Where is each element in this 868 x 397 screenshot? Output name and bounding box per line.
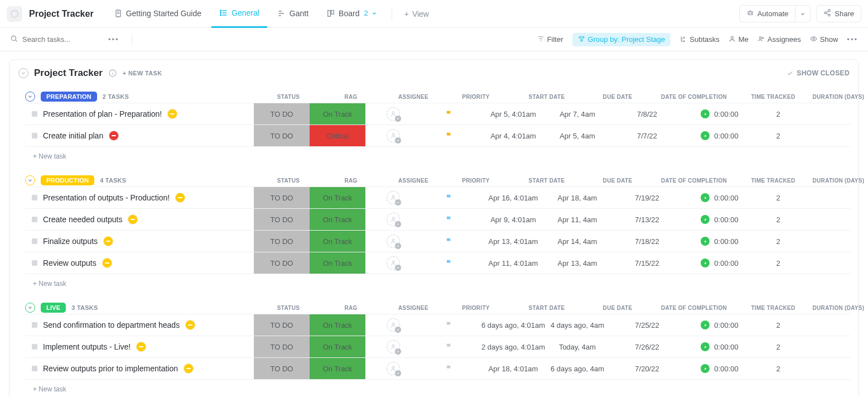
- task-row[interactable]: Review outputs TO DOOn Track+Apr 11, 4:0…: [25, 252, 851, 274]
- due-date-cell[interactable]: 4 days ago, 4am: [549, 314, 605, 336]
- time-tracked-cell[interactable]: 0:00:00: [689, 358, 750, 379]
- task-status-square[interactable]: [32, 344, 37, 350]
- time-tracked-cell[interactable]: 0:00:00: [689, 336, 750, 357]
- rag-cell[interactable]: On Track: [310, 231, 365, 252]
- time-tracked-cell[interactable]: 0:00:00: [689, 314, 750, 336]
- share-button[interactable]: Share: [816, 5, 861, 22]
- assignee-cell[interactable]: +: [365, 336, 421, 357]
- start-date-cell[interactable]: 6 days ago, 4:01am: [477, 314, 549, 336]
- group-pill[interactable]: LIVE: [41, 303, 66, 313]
- search-box[interactable]: [10, 35, 100, 44]
- task-status-square[interactable]: [32, 366, 37, 371]
- play-icon[interactable]: [701, 259, 710, 267]
- rag-cell[interactable]: On Track: [310, 252, 365, 274]
- play-icon[interactable]: [701, 237, 710, 246]
- duration-cell[interactable]: 2: [750, 103, 806, 125]
- status-cell[interactable]: TO DO: [254, 358, 310, 379]
- column-header[interactable]: START DATE: [510, 176, 583, 185]
- column-header[interactable]: DURATION (DAYS): [811, 303, 866, 313]
- assignee-cell[interactable]: +: [365, 103, 421, 125]
- column-header[interactable]: PRIORITY: [448, 92, 504, 102]
- start-date-cell[interactable]: Apr 18, 4:01am: [477, 358, 549, 379]
- subtasks-button[interactable]: Subtasks: [679, 35, 719, 44]
- time-tracked-cell[interactable]: 0:00:00: [689, 103, 750, 125]
- more-icon[interactable]: •••: [108, 35, 119, 44]
- completion-cell[interactable]: 7/8/22: [605, 103, 689, 125]
- assign-avatar-placeholder[interactable]: +: [387, 318, 400, 332]
- new-task-row[interactable]: + New task: [25, 274, 851, 288]
- priority-cell[interactable]: [421, 231, 477, 252]
- task-name-cell[interactable]: Implement outputs - Live!: [25, 336, 254, 357]
- priority-cell[interactable]: [421, 252, 477, 274]
- column-header[interactable]: DUE DATE: [590, 303, 645, 313]
- column-header[interactable]: DATE OF COMPLETION: [652, 176, 736, 185]
- play-icon[interactable]: [701, 215, 710, 224]
- column-header[interactable]: STATUS: [261, 303, 316, 313]
- priority-cell[interactable]: [421, 125, 477, 146]
- task-row[interactable]: Implement outputs - Live! TO DOOn Track+…: [25, 336, 851, 358]
- status-cell[interactable]: TO DO: [254, 314, 310, 336]
- play-icon[interactable]: [701, 364, 710, 373]
- task-name-cell[interactable]: Presentation of plan - Preparation!: [25, 103, 254, 125]
- rag-cell[interactable]: On Track: [310, 314, 365, 336]
- column-header[interactable]: STATUS: [261, 176, 316, 185]
- info-icon[interactable]: [108, 69, 117, 78]
- task-row[interactable]: Review outputs prior to implementation T…: [25, 357, 851, 380]
- priority-cell[interactable]: [421, 103, 477, 125]
- assign-avatar-placeholder[interactable]: +: [387, 235, 400, 248]
- column-header[interactable]: RAG: [323, 176, 379, 185]
- column-header[interactable]: STATUS: [261, 92, 316, 102]
- due-date-cell[interactable]: 6 days ago, 4am: [549, 358, 605, 379]
- task-name-cell[interactable]: Send confirmation to department heads: [25, 314, 254, 336]
- priority-cell[interactable]: [421, 187, 477, 208]
- tab-getting-started[interactable]: Getting Started Guide: [106, 0, 209, 28]
- task-status-square[interactable]: [32, 195, 37, 200]
- collapse-toggle[interactable]: [18, 68, 28, 78]
- assign-avatar-placeholder[interactable]: +: [387, 213, 400, 226]
- duration-cell[interactable]: 2: [750, 252, 806, 274]
- tab-board[interactable]: Board 2: [319, 0, 385, 28]
- completion-cell[interactable]: 7/25/22: [605, 314, 689, 336]
- rag-cell[interactable]: On Track: [310, 336, 365, 357]
- completion-cell[interactable]: 7/13/22: [605, 209, 689, 230]
- time-tracked-cell[interactable]: 0:00:00: [689, 209, 750, 230]
- priority-cell[interactable]: [421, 209, 477, 230]
- status-cell[interactable]: TO DO: [254, 336, 310, 357]
- task-name-cell[interactable]: Review outputs prior to implementation: [25, 358, 254, 379]
- due-date-cell[interactable]: Apr 11, 4am: [549, 209, 605, 230]
- time-tracked-cell[interactable]: 0:00:00: [689, 231, 750, 252]
- assignee-cell[interactable]: +: [365, 231, 421, 252]
- column-header[interactable]: TIME TRACKED: [742, 303, 804, 313]
- column-header[interactable]: DUE DATE: [590, 176, 645, 185]
- column-header[interactable]: DATE OF COMPLETION: [652, 92, 736, 102]
- task-status-square[interactable]: [32, 133, 37, 138]
- start-date-cell[interactable]: Apr 11, 4:01am: [477, 252, 549, 274]
- column-header[interactable]: DURATION (DAYS): [811, 92, 866, 102]
- assign-avatar-placeholder[interactable]: +: [387, 129, 400, 142]
- group-collapse-toggle[interactable]: [25, 175, 35, 185]
- due-date-cell[interactable]: Apr 5, 4am: [549, 125, 605, 146]
- show-button[interactable]: Show: [810, 35, 838, 44]
- start-date-cell[interactable]: 2 days ago, 4:01am: [477, 336, 549, 357]
- priority-cell[interactable]: [421, 314, 477, 336]
- task-status-square[interactable]: [32, 217, 37, 222]
- new-task-row[interactable]: + New task: [25, 147, 851, 160]
- task-row[interactable]: Send confirmation to department heads TO…: [25, 314, 851, 336]
- automate-dropdown[interactable]: [795, 5, 811, 22]
- duration-cell[interactable]: 2: [750, 125, 806, 146]
- assign-avatar-placeholder[interactable]: +: [387, 107, 400, 121]
- duration-cell[interactable]: 2: [750, 231, 806, 252]
- column-header[interactable]: PRIORITY: [448, 303, 504, 313]
- play-icon[interactable]: [701, 321, 710, 329]
- assignees-button[interactable]: Assignees: [758, 35, 801, 44]
- column-header[interactable]: DUE DATE: [590, 92, 645, 102]
- assignee-cell[interactable]: +: [365, 125, 421, 146]
- tab-gantt[interactable]: Gantt: [269, 0, 316, 28]
- assign-avatar-placeholder[interactable]: +: [387, 191, 400, 204]
- task-row[interactable]: Presentation of plan - Preparation! TO D…: [25, 103, 851, 125]
- time-tracked-cell[interactable]: 0:00:00: [689, 125, 750, 146]
- group-pill[interactable]: PRODUCTION: [41, 175, 94, 185]
- duration-cell[interactable]: 2: [750, 358, 806, 379]
- task-row[interactable]: Create initial plan TO DOCritical+Apr 4,…: [25, 125, 851, 147]
- filter-button[interactable]: Filter: [537, 35, 563, 44]
